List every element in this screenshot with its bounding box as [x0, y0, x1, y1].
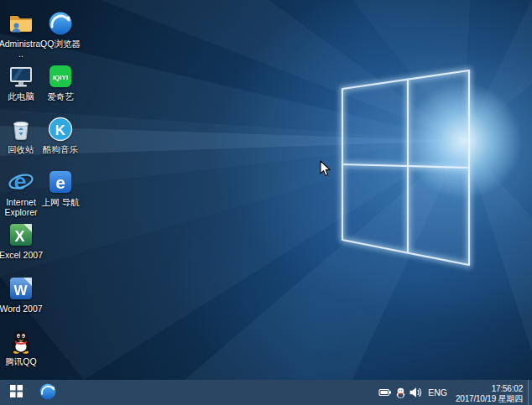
desktop-icon-label: Excel 2007: [0, 250, 43, 260]
desktop-icon-label: 此电脑: [8, 91, 34, 101]
web-navigation-icon: e: [47, 169, 74, 195]
user-folder-icon: [8, 10, 34, 37]
iqiyi-icon: iQIYI: [47, 63, 74, 90]
show-desktop-button[interactable]: [528, 380, 532, 405]
desktop-icon-label: QQ浏览器: [40, 39, 81, 49]
taskbar: ENG 17:56:02 2017/10/19 星期四: [0, 380, 532, 405]
desktop-icon-kugou-music[interactable]: K 酷狗音乐: [38, 116, 83, 154]
desktop-icon-iqiyi[interactable]: iQIYI 爱奇艺: [38, 63, 83, 101]
desktop-icon-label: 爱奇艺: [47, 91, 74, 101]
desktop-icon-label: 回收站: [8, 144, 34, 154]
qq-browser-icon: [47, 10, 74, 37]
computer-monitor-icon: [8, 63, 34, 90]
svg-text:X: X: [14, 228, 24, 245]
language-indicator[interactable]: ENG: [423, 380, 452, 405]
volume-icon[interactable]: [408, 380, 423, 405]
desktop-icon-word-2007[interactable]: W Word 2007: [0, 275, 44, 314]
taskbar-clock[interactable]: 17:56:02 2017/10/19 星期四: [452, 382, 528, 404]
qq-penguin-icon: [8, 328, 34, 355]
kugou-icon: K: [47, 116, 74, 143]
svg-text:e: e: [55, 173, 65, 192]
desktop-icon-label: Word 2007: [0, 304, 43, 314]
svg-text:W: W: [13, 283, 28, 299]
taskbar-qq-browser-button[interactable]: [32, 380, 64, 405]
desktop-icon-excel-2007[interactable]: X Excel 2007: [0, 221, 44, 260]
internet-explorer-icon: e: [8, 169, 34, 195]
recycle-bin-icon: [8, 116, 34, 143]
svg-text:iQIYI: iQIYI: [53, 74, 68, 81]
qq-tray-icon[interactable]: [393, 380, 408, 405]
start-button[interactable]: [0, 380, 32, 405]
svg-text:e: e: [13, 169, 26, 195]
windows-desktop: Administra... 此电脑: [0, 0, 532, 405]
excel-icon: X: [8, 221, 34, 248]
clock-time: 17:56:02: [456, 384, 523, 394]
system-tray: ENG 17:56:02 2017/10/19 星期四: [378, 380, 532, 405]
svg-text:K: K: [55, 122, 66, 138]
desktop-icon-label: 上网 导航: [42, 197, 80, 207]
desktop-icon-web-navigation[interactable]: e 上网 导航: [38, 169, 83, 207]
word-icon: W: [8, 275, 34, 302]
desktop-icon-qq-browser[interactable]: QQ浏览器: [38, 10, 83, 49]
windows-logo-icon: [10, 385, 23, 400]
desktop-icon-label: 腾讯QQ: [5, 356, 36, 366]
qq-browser-icon: [39, 382, 57, 403]
battery-icon[interactable]: [378, 380, 393, 405]
clock-date: 2017/10/19 星期四: [456, 394, 523, 404]
desktop-icon-tencent-qq[interactable]: 腾讯QQ: [0, 328, 44, 366]
desktop-icon-label: 酷狗音乐: [43, 144, 78, 154]
